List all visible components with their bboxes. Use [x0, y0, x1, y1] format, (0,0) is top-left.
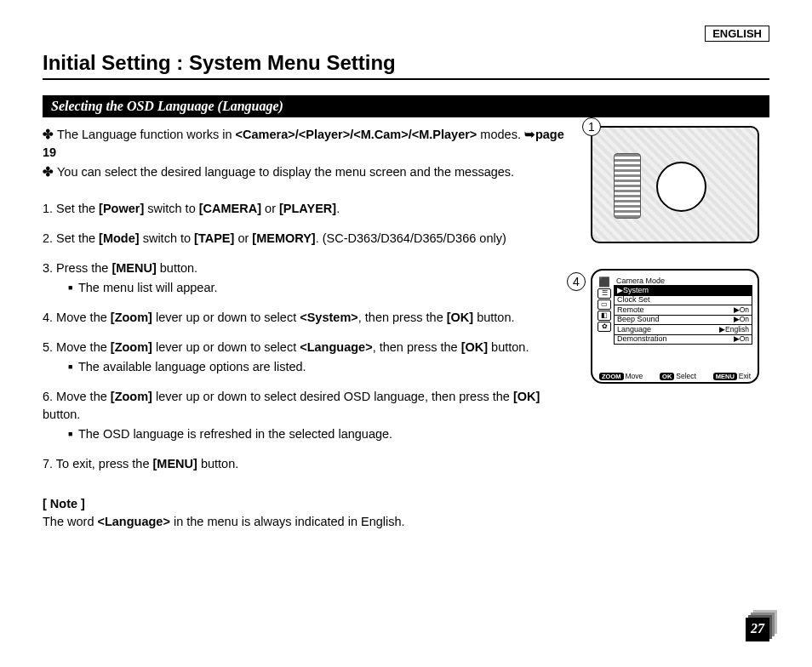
- steps-list: 1. Set the [Power] switch to [CAMERA] or…: [43, 200, 578, 473]
- step-subtext: The menu list will appear.: [68, 279, 578, 297]
- note-block: [ Note ] The word <Language> in the menu…: [43, 495, 578, 531]
- page-number: 27: [746, 618, 769, 641]
- gear-icon: ✿: [598, 322, 611, 332]
- figure-column: 1 4 ⬛ ☰ ▭ ◧ ✿ Camera Mode ▶System: [591, 126, 769, 531]
- intro-item: ✤You can select the desired language to …: [43, 163, 578, 181]
- step-item: 7. To exit, press the [MENU] button.: [43, 455, 578, 473]
- camcorder-icon: ⬛: [598, 277, 611, 288]
- camera-icon: ◧: [598, 311, 611, 321]
- step-item: 6. Move the [Zoom] lever up or down to s…: [43, 388, 578, 443]
- step-item: 4. Move the [Zoom] lever up or down to s…: [43, 309, 578, 327]
- intro-list: ✤The Language function works in <Camera>…: [43, 126, 578, 181]
- figure-1: 1: [591, 126, 769, 243]
- step-subtext: The OSD language is refreshed in the sel…: [68, 425, 578, 443]
- bullet-icon: ✤: [43, 128, 54, 141]
- ok-pill: OK: [660, 373, 674, 380]
- step-subtext: The available language options are liste…: [68, 358, 578, 376]
- step-item: 5. Move the [Zoom] lever up or down to s…: [43, 339, 578, 376]
- zoom-pill: ZOOM: [599, 373, 624, 380]
- figure-badge-4: 4: [567, 272, 586, 291]
- step-item: 2. Set the [Mode] switch to [TAPE] or [M…: [43, 230, 578, 248]
- camera-illustration: [591, 126, 759, 243]
- note-title: [ Note ]: [43, 495, 578, 513]
- step-item: 3. Press the [MENU] button. The menu lis…: [43, 259, 578, 297]
- bullet-icon: ✤: [43, 165, 54, 179]
- menu-item: Demonstration▶On: [614, 334, 752, 345]
- section-heading: Selecting the OSD Language (Language): [43, 95, 769, 117]
- figure-badge-1: 1: [582, 117, 601, 136]
- page-title: Initial Setting : System Menu Setting: [43, 51, 769, 80]
- memory-icon: ▭: [598, 299, 611, 310]
- menu-pill: MENU: [713, 373, 737, 380]
- language-tag: ENGLISH: [705, 26, 769, 42]
- tape-icon: ☰: [598, 288, 611, 299]
- menu-list: Camera Mode ▶System Clock Set Remote▶On …: [614, 276, 752, 369]
- figure-4: 4 ⬛ ☰ ▭ ◧ ✿ Camera Mode ▶System Clock Se…: [591, 269, 769, 384]
- intro-item: ✤The Language function works in <Camera>…: [43, 126, 578, 162]
- menu-screen: ⬛ ☰ ▭ ◧ ✿ Camera Mode ▶System Clock Set …: [591, 269, 759, 384]
- menu-footer: ZOOMMove OKSelect MENUExit: [598, 369, 752, 380]
- step-item: 1. Set the [Power] switch to [CAMERA] or…: [43, 200, 578, 218]
- menu-icon-column: ⬛ ☰ ▭ ◧ ✿: [598, 276, 611, 369]
